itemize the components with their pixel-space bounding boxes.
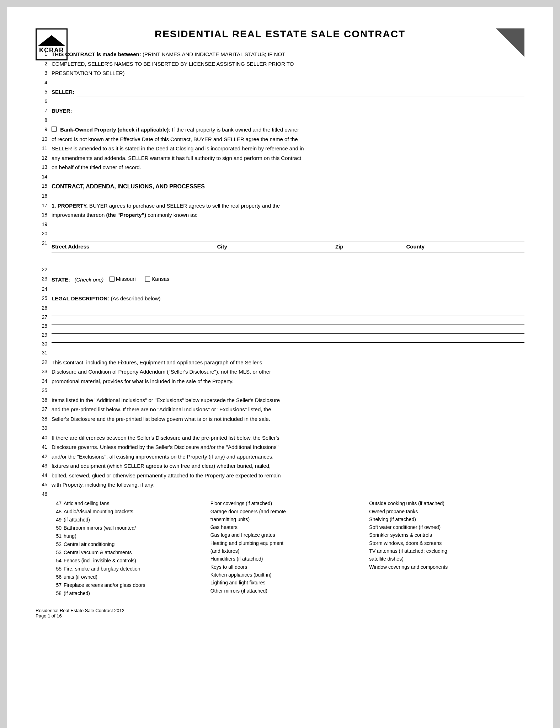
line-row-14: 14 (36, 173, 524, 181)
page-title: RESIDENTIAL REAL ESTATE SALE CONTRACT (36, 28, 524, 40)
bank-owned-label: Bank-Owned Property (check if applicable… (60, 127, 170, 133)
list-item: (and fixtures) (210, 547, 366, 555)
line-row-45: 45 with Property, including the followin… (36, 481, 524, 489)
line-num-37: 37 (36, 406, 52, 414)
line-row-1: 1 THIS CONTRACT is made between: (PRINT … (36, 50, 524, 59)
legal-line-4[interactable] (52, 342, 524, 343)
kansas-checkbox[interactable] (145, 277, 150, 282)
bank-owned-checkbox[interactable] (52, 127, 57, 132)
list-item: Keys to all doors (210, 563, 366, 571)
list-item: transmitting units) (210, 516, 366, 523)
content-body: 1 THIS CONTRACT is made between: (PRINT … (36, 50, 524, 597)
line-28-content (52, 322, 524, 330)
line-num-43: 43 (36, 462, 52, 470)
list-item-text: Floor coverings (if attached) (210, 500, 272, 507)
seller-field[interactable] (77, 90, 524, 96)
county-field[interactable] (406, 252, 525, 263)
list-item-text: Gas logs and fireplace grates (210, 531, 275, 539)
line-42-content: and/or the "Exclusions", all existing im… (52, 453, 524, 461)
line-12-content: any amendments and addenda. SELLER warra… (52, 154, 524, 162)
legal-line-3[interactable] (52, 333, 524, 334)
list-item: Lighting and light fixtures (210, 579, 366, 586)
line-row-35: 35 (36, 387, 524, 395)
legal-line-1[interactable] (52, 316, 524, 316)
line-14-content (52, 173, 524, 181)
line-num-15: 15 (36, 182, 52, 191)
line-row-7: 7 BUYER: (36, 107, 524, 115)
line-32-content: This Contract, including the Fixtures, E… (52, 359, 524, 367)
list-item: Shelving (if attached) (369, 516, 524, 523)
list-item-text: Storm windows, doors & screens (369, 540, 442, 547)
line-27-content (52, 314, 524, 321)
line-num-19: 19 (36, 221, 52, 229)
line-row-2: 2 COMPLETED, SELLER'S NAMES TO BE INSERT… (36, 60, 524, 68)
line-row-9: 9 Bank-Owned Property (check if applicab… (36, 126, 524, 134)
line-num-42: 42 (36, 453, 52, 461)
line18-rest: commonly known as: (148, 212, 197, 218)
list-item-line-num: 52 (52, 541, 62, 548)
line-43-content: fixtures and equipment (which SELLER agr… (52, 462, 524, 470)
list-item-text: Lighting and light fixtures (210, 579, 266, 586)
line-30-content (52, 340, 524, 348)
line-num-24: 24 (36, 285, 52, 294)
kansas-option[interactable]: Kansas (145, 275, 169, 283)
street-field[interactable] (52, 252, 217, 263)
line-29-content (52, 331, 524, 339)
city-field[interactable] (217, 252, 336, 263)
line-num-3: 3 (36, 69, 52, 77)
list-item-line-num: 53 (52, 549, 62, 556)
list-item: Soft water conditioner (if owned) (369, 524, 524, 531)
col-county: County (406, 241, 525, 252)
line-3-content: PRESENTATION TO SELLER) (52, 69, 524, 77)
line-num-7: 7 (36, 107, 52, 115)
missouri-option[interactable]: Missouri (110, 275, 136, 283)
line-7-content: BUYER: (52, 107, 524, 115)
line-row-31: 31 (36, 349, 524, 357)
line-26-content (52, 304, 524, 312)
line-row-42: 42 and/or the "Exclusions", all existing… (36, 453, 524, 461)
legal-line-2[interactable] (52, 325, 524, 325)
list-item-text: Fences (incl. invisible & controls) (64, 557, 136, 564)
line-num-33: 33 (36, 368, 52, 376)
line-num-13: 13 (36, 164, 52, 172)
list-item: Kitchen appliances (built-in) (210, 571, 366, 578)
list-item-line-num: 54 (52, 557, 62, 564)
line-num-34: 34 (36, 378, 52, 386)
list-item-text: Sprinkler systems & controls (369, 531, 432, 539)
list-item-text: (and fixtures) (210, 547, 240, 555)
list-item: Storm windows, doors & screens (369, 540, 524, 547)
seller-label: SELLER: (52, 88, 74, 96)
line-row-11: 11 SELLER is amended to as it is stated … (36, 145, 524, 153)
zip-field[interactable] (335, 252, 406, 263)
missouri-checkbox[interactable] (110, 277, 114, 282)
line-16-content (52, 192, 524, 200)
line-row-10: 10 of record is not known at the Effecti… (36, 135, 524, 144)
line-row-20: 20 (36, 230, 524, 238)
line-row-8: 8 (36, 117, 524, 125)
list-item: 50Bathroom mirrors (wall mounted/ (52, 524, 207, 532)
logo-box: KCRAR (36, 28, 68, 60)
line-num-2: 2 (36, 60, 52, 68)
line-row-41: 41 Disclosure governs. Unless modified b… (36, 443, 524, 451)
list-item: Other mirrors (if attached) (210, 587, 366, 594)
list-item: Humidifiers (if attached) (210, 555, 366, 562)
col-street: Street Address (52, 241, 217, 252)
line-24-content (52, 285, 524, 294)
list-item: Owned propane tanks (369, 508, 524, 515)
line-row-32: 32 This Contract, including the Fixtures… (36, 359, 524, 367)
list-item-text: Humidifiers (if attached) (210, 555, 263, 562)
buyer-field[interactable] (75, 109, 524, 115)
list-item: Outside cooking units (if attached) (369, 500, 524, 507)
line-row-30: 30 (36, 340, 524, 348)
list-item-line-num: 48 (52, 508, 62, 515)
logo-text: KCRAR (39, 47, 64, 54)
list-item-text: units (if owned) (64, 573, 97, 580)
list-item: 52Central air conditioning (52, 541, 207, 548)
line-row-46: 46 (36, 491, 524, 499)
line-18-content: improvements thereon (the "Property") co… (52, 211, 524, 219)
list-item: 48Audio/Visual mounting brackets (52, 508, 207, 515)
list-item: 49(if attached) (52, 516, 207, 524)
line-num-17: 17 (36, 202, 52, 210)
list-item-text: Attic and ceiling fans (64, 500, 109, 507)
list-item-text: Outside cooking units (if attached) (369, 500, 444, 507)
